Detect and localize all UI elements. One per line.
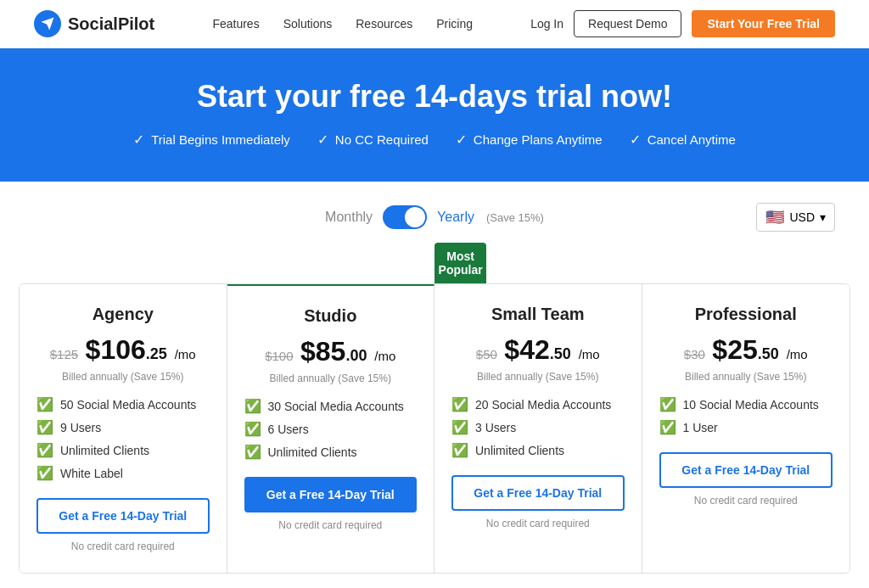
trial-button-studio[interactable]: Get a Free 14-Day Trial — [244, 477, 418, 512]
request-demo-button[interactable]: Request Demo — [574, 10, 681, 37]
most-popular-banner: Most Popular — [434, 243, 486, 283]
plan-main-price-professional: $25.50 — [712, 334, 786, 365]
check-icon-2: ✓ — [317, 132, 328, 148]
chevron-down-icon: ▾ — [820, 210, 826, 224]
feature-check-icon: ✅ — [36, 396, 53, 412]
plan-period-agency: /mo — [175, 347, 196, 361]
feature-check-icon: ✅ — [659, 396, 676, 412]
plan-period-studio: /mo — [374, 349, 395, 363]
hero-feature-3: ✓ Change Plans Anytime — [456, 132, 603, 148]
plan-features-small-team: ✅20 Social Media Accounts ✅3 Users ✅Unli… — [451, 396, 625, 458]
feature-check-icon: ✅ — [451, 396, 468, 412]
feature-item: ✅Unlimited Clients — [36, 442, 210, 458]
feature-item: ✅20 Social Media Accounts — [451, 396, 625, 412]
plan-price-agency: $125 $106.25 /mo — [36, 334, 210, 366]
plan-period-professional: /mo — [787, 347, 808, 361]
billing-toggle[interactable] — [383, 205, 427, 229]
check-icon-1: ✓ — [133, 132, 144, 148]
plans-grid: Agency $125 $106.25 /mo Billed annually … — [19, 283, 850, 574]
toggle-thumb — [405, 207, 425, 227]
nav-links: Features Solutions Resources Pricing — [212, 17, 473, 31]
plan-billed-studio: Billed annually (Save 15%) — [244, 372, 418, 384]
plan-old-price-small-team: $50 — [476, 347, 497, 361]
plan-price-professional: $30 $25.50 /mo — [659, 334, 833, 366]
trial-button-professional[interactable]: Get a Free 14-Day Trial — [659, 452, 833, 488]
nav-solutions[interactable]: Solutions — [283, 17, 333, 31]
plan-period-small-team: /mo — [579, 347, 600, 361]
feature-check-icon: ✅ — [244, 444, 261, 460]
plan-old-price-professional: $30 — [684, 347, 705, 361]
feature-item: ✅Unlimited Clients — [451, 442, 625, 458]
plan-features-professional: ✅10 Social Media Accounts ✅1 User — [659, 396, 833, 435]
plan-cta-small-team: Get a Free 14-Day Trial No credit card r… — [451, 475, 625, 529]
hero-feature-2: ✓ No CC Required — [317, 132, 429, 148]
nav-features[interactable]: Features — [212, 17, 259, 31]
plan-billed-small-team: Billed annually (Save 15%) — [451, 371, 625, 383]
plan-price-studio: $100 $85.00 /mo — [244, 336, 418, 367]
plan-billed-professional: Billed annually (Save 15%) — [659, 371, 833, 383]
billing-toggle-wrap: Monthly Yearly (Save 15%) — [325, 205, 544, 229]
hero-features: ✓ Trial Begins Immediately ✓ No CC Requi… — [17, 132, 852, 148]
trial-button-small-team[interactable]: Get a Free 14-Day Trial — [451, 475, 625, 511]
plan-features-agency: ✅50 Social Media Accounts ✅9 Users ✅Unli… — [36, 396, 210, 481]
feature-item: ✅6 Users — [244, 421, 418, 437]
plan-card-agency: Agency $125 $106.25 /mo Billed annually … — [20, 284, 227, 573]
save-badge: (Save 15%) — [486, 211, 544, 224]
feature-check-icon: ✅ — [451, 442, 468, 458]
hero-feature-label-2: No CC Required — [335, 132, 429, 147]
plan-card-small-team: Small Team $50 $42.50 /mo Billed annuall… — [434, 284, 642, 573]
yearly-label: Yearly — [437, 210, 474, 225]
start-trial-button[interactable]: Start Your Free Trial — [692, 10, 835, 37]
feature-check-icon: ✅ — [244, 421, 261, 437]
hero-feature-label-3: Change Plans Anytime — [474, 132, 603, 147]
currency-selector[interactable]: 🇺🇸 USD ▾ — [756, 203, 835, 232]
nav-resources[interactable]: Resources — [356, 17, 412, 31]
feature-item: ✅10 Social Media Accounts — [659, 396, 833, 412]
popular-banner-container: Most Popular — [19, 243, 850, 283]
feature-check-icon: ✅ — [451, 419, 468, 435]
no-cc-studio: No credit card required — [244, 519, 418, 531]
plan-main-price-small-team: $42.50 — [504, 334, 578, 365]
monthly-label: Monthly — [325, 210, 373, 225]
feature-check-icon: ✅ — [659, 419, 676, 435]
feature-item: ✅1 User — [659, 419, 833, 435]
popular-banner-spacer: Most Popular — [434, 243, 642, 283]
plan-cta-studio: Get a Free 14-Day Trial No credit card r… — [244, 477, 418, 531]
plan-cta-agency: Get a Free 14-Day Trial No credit card r… — [36, 498, 210, 552]
nav-pricing[interactable]: Pricing — [436, 17, 473, 31]
logo-icon — [34, 10, 61, 37]
feature-check-icon: ✅ — [36, 442, 53, 458]
plan-main-price-agency: $106.25 — [86, 334, 175, 365]
logo-link[interactable]: SocialPilot — [34, 10, 154, 37]
currency-label: USD — [789, 210, 815, 224]
logo-svg — [40, 16, 55, 31]
feature-item: ✅50 Social Media Accounts — [36, 396, 210, 412]
plan-old-price-studio: $100 — [265, 349, 293, 363]
hero-feature-label-1: Trial Begins Immediately — [151, 132, 290, 147]
no-cc-professional: No credit card required — [659, 495, 833, 507]
check-icon-3: ✓ — [456, 132, 467, 148]
hero-feature-1: ✓ Trial Begins Immediately — [133, 132, 290, 148]
plan-name-small-team: Small Team — [451, 305, 625, 324]
feature-item: ✅3 Users — [451, 419, 625, 435]
hero-section: Start your free 14-days trial now! ✓ Tri… — [0, 48, 869, 182]
check-icon-4: ✓ — [630, 132, 641, 148]
plan-name-studio: Studio — [244, 306, 418, 326]
plan-old-price-agency: $125 — [50, 347, 78, 361]
trial-button-agency[interactable]: Get a Free 14-Day Trial — [36, 498, 210, 534]
plan-card-studio: Studio $100 $85.00 /mo Billed annually (… — [227, 284, 435, 573]
plan-features-studio: ✅30 Social Media Accounts ✅6 Users ✅Unli… — [244, 398, 418, 460]
login-button[interactable]: Log In — [530, 17, 563, 31]
feature-item: ✅Unlimited Clients — [244, 444, 418, 460]
logo-text: SocialPilot — [68, 14, 154, 34]
feature-item: ✅30 Social Media Accounts — [244, 398, 418, 414]
plan-cta-professional: Get a Free 14-Day Trial No credit card r… — [659, 452, 833, 507]
no-cc-agency: No credit card required — [36, 540, 210, 552]
feature-check-icon: ✅ — [244, 398, 261, 414]
feature-item: ✅9 Users — [36, 419, 210, 435]
hero-feature-label-4: Cancel Anytime — [648, 132, 736, 147]
feature-check-icon: ✅ — [36, 465, 53, 481]
plan-price-small-team: $50 $42.50 /mo — [451, 334, 625, 366]
navbar: SocialPilot Features Solutions Resources… — [0, 0, 869, 48]
plan-card-professional: Professional $30 $25.50 /mo Billed annua… — [642, 284, 850, 573]
